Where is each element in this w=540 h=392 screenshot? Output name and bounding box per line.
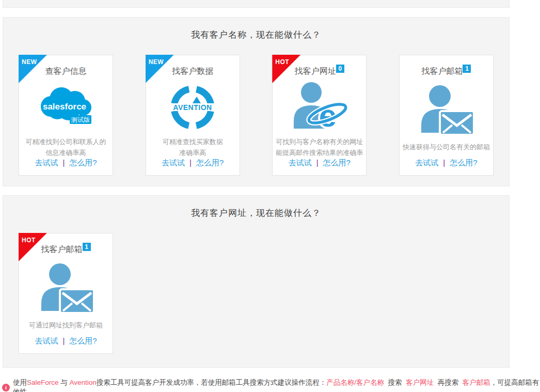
ribbon-label: HOT bbox=[22, 237, 36, 244]
tool-card[interactable]: HOT 找客户邮箱1 可通过网址找到客户邮箱 去试试|怎么用? bbox=[19, 233, 113, 354]
footer-text-segment: 再搜索 bbox=[434, 379, 463, 386]
link-separator: | bbox=[316, 158, 319, 167]
footer-text-segment: 搜索 bbox=[384, 379, 406, 386]
card-icon-area: salesforce 测试版 bbox=[37, 79, 96, 136]
card-desc: 可精准找到公司和联系人的信息准确率高 bbox=[26, 136, 106, 158]
card-desc: 可找到与客户名称有关的网址能提高邮件搜索结果的准确率 bbox=[276, 136, 363, 158]
section-title: 我有客户名称，现在能做什么？ bbox=[3, 18, 509, 41]
person-email-icon bbox=[417, 84, 475, 137]
card-count-badge: 0 bbox=[336, 65, 344, 73]
try-link[interactable]: 去试试 bbox=[289, 158, 312, 167]
try-link[interactable]: 去试试 bbox=[415, 158, 438, 167]
card-title-row: 找客户数据 bbox=[172, 66, 213, 76]
card-links: 去试试|怎么用? bbox=[162, 158, 224, 168]
try-link[interactable]: 去试试 bbox=[162, 158, 185, 167]
tool-card[interactable]: HOT 找客户网址0 e 可找到与客户名称有关的网址能提高邮件搜索结果的准确率 … bbox=[272, 55, 367, 176]
salesforce-wordmark: salesforce bbox=[42, 102, 86, 112]
footer-highlight-term: Avention bbox=[70, 379, 97, 386]
card-icon-area: AVENTION bbox=[168, 79, 217, 136]
card-desc-line: 可通过网址找到客户邮箱 bbox=[29, 320, 103, 331]
card-desc: 可精准查找买家数据准确率高 bbox=[163, 136, 223, 158]
card-desc: 快速获得与公司名有关的邮箱 bbox=[403, 142, 490, 152]
tool-card[interactable]: NEW 查客户信息 salesforce 测试版 可精准找到公司和联系人的信息准… bbox=[19, 55, 113, 176]
card-desc-line: 可精准找到公司和联系人的 bbox=[26, 136, 106, 147]
footer-text-segment: 与 bbox=[59, 379, 70, 386]
link-separator: | bbox=[62, 336, 65, 345]
card-links: 去试试|怎么用? bbox=[35, 158, 97, 168]
card-icon-area bbox=[417, 80, 475, 142]
how-link[interactable]: 怎么用? bbox=[196, 158, 224, 167]
card-title-row: 查客户信息 bbox=[45, 66, 87, 76]
avention-logo-icon: AVENTION bbox=[168, 83, 217, 132]
card-links: 去试试|怎么用? bbox=[35, 336, 97, 346]
how-link[interactable]: 怎么用? bbox=[450, 158, 477, 167]
footer-note: i 使用SaleForce 与 Avention搜索工具可提高客户开发成功率，若… bbox=[0, 378, 540, 392]
ribbon-label: NEW bbox=[149, 58, 164, 66]
card-links: 去试试|怎么用? bbox=[415, 158, 477, 168]
card-title: 找客户网址 bbox=[295, 66, 336, 76]
link-separator: | bbox=[189, 158, 192, 167]
card-title: 找客户邮箱 bbox=[421, 66, 463, 76]
link-separator: | bbox=[62, 158, 65, 167]
ribbon-label: HOT bbox=[275, 58, 289, 66]
card-desc-line: 能提高邮件搜索结果的准确率 bbox=[276, 147, 363, 158]
footer-text-segment: 搜索工具可提高客户开发成功率，若使用邮箱工具搜索方式建议操作流程： bbox=[97, 379, 327, 386]
cards-row: NEW 查客户信息 salesforce 测试版 可精准找到公司和联系人的信息准… bbox=[3, 55, 509, 176]
footer-highlight-term: 客户邮箱 bbox=[463, 379, 490, 386]
section-customer-name: 我有客户名称，现在能做什么？ NEW 查客户信息 salesforce 测试版 … bbox=[3, 17, 510, 186]
person-email-icon bbox=[37, 262, 95, 315]
card-desc-line: 准确率高 bbox=[163, 147, 223, 158]
card-links: 去试试|怎么用? bbox=[289, 158, 351, 168]
how-link[interactable]: 怎么用? bbox=[69, 336, 97, 345]
info-icon: i bbox=[2, 384, 10, 391]
card-title-row: 找客户邮箱1 bbox=[41, 244, 91, 256]
ribbon-label: NEW bbox=[22, 58, 37, 66]
card-title: 找客户数据 bbox=[172, 66, 213, 76]
footer-highlight-term: 客户网址 bbox=[406, 379, 434, 386]
card-desc-line: 信息准确率高 bbox=[26, 147, 106, 158]
card-desc-line: 可找到与客户名称有关的网址 bbox=[276, 136, 363, 147]
card-icon-area: e bbox=[291, 79, 348, 136]
avention-wordmark: AVENTION bbox=[173, 103, 212, 112]
how-link[interactable]: 怎么用? bbox=[323, 158, 351, 167]
tool-card[interactable]: NEW 找客户数据 AVENTION 可精准查找买家数据准确率高 去试试|怎么用… bbox=[146, 55, 240, 176]
section-title: 我有客户网址，现在能做什么？ bbox=[3, 196, 509, 219]
previous-section-edge bbox=[3, 0, 510, 8]
card-title: 查客户信息 bbox=[45, 66, 87, 76]
link-separator: | bbox=[443, 158, 445, 167]
salesforce-logo-icon: salesforce 测试版 bbox=[37, 86, 96, 129]
try-link[interactable]: 去试试 bbox=[35, 158, 58, 167]
section-customer-url: 我有客户网址，现在能做什么？ HOT 找客户邮箱1 可通过网址找到客户邮箱 去试… bbox=[3, 195, 510, 368]
salesforce-beta-label: 测试版 bbox=[71, 116, 90, 123]
try-link[interactable]: 去试试 bbox=[35, 336, 58, 345]
card-icon-area bbox=[37, 258, 95, 320]
card-title-row: 找客户网址0 bbox=[295, 66, 344, 76]
card-count-badge: 1 bbox=[463, 65, 471, 73]
footer-highlight-term: SaleForce bbox=[27, 379, 59, 386]
footer-text-segment: 使用 bbox=[13, 379, 27, 386]
card-desc-line: 可精准查找买家数据 bbox=[163, 136, 223, 147]
how-link[interactable]: 怎么用? bbox=[69, 158, 97, 167]
cards-row: HOT 找客户邮箱1 可通过网址找到客户邮箱 去试试|怎么用? bbox=[3, 233, 509, 354]
footer-text: 使用SaleForce 与 Avention搜索工具可提高客户开发成功率，若使用… bbox=[13, 378, 540, 392]
card-title: 找客户邮箱 bbox=[41, 244, 83, 255]
card-desc-line: 快速获得与公司名有关的邮箱 bbox=[403, 142, 490, 152]
card-title-row: 找客户邮箱1 bbox=[421, 66, 471, 77]
card-count-badge: 1 bbox=[83, 243, 91, 251]
person-browser-icon: e bbox=[291, 81, 348, 134]
footer-highlight-term: 产品名称/客户名称 bbox=[326, 379, 384, 386]
card-desc: 可通过网址找到客户邮箱 bbox=[29, 320, 103, 331]
tool-card[interactable]: 找客户邮箱1 快速获得与公司名有关的邮箱 去试试|怎么用? bbox=[399, 55, 494, 176]
